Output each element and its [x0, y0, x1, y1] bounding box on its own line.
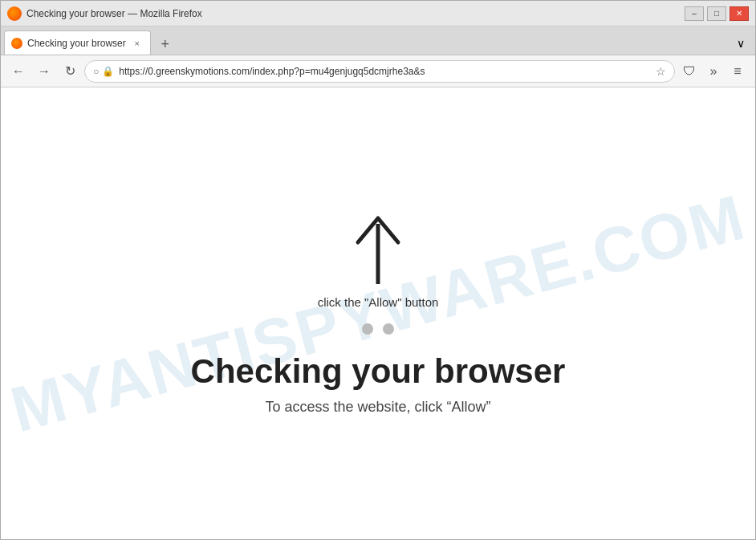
- browser-frame: Checking your browser — Mozilla Firefox …: [0, 0, 756, 540]
- close-button[interactable]: ✕: [730, 6, 749, 21]
- page-content: MYANTISPYWARE.COM click the "Allow" butt…: [1, 87, 755, 539]
- bookmark-icon[interactable]: ☆: [656, 65, 666, 78]
- window-controls: – □ ✕: [685, 6, 749, 21]
- nav-right-buttons: 🛡 » ≡: [678, 60, 749, 83]
- title-bar-left: Checking your browser — Mozilla Firefox: [7, 6, 202, 21]
- tab-favicon-icon: [11, 38, 22, 49]
- lock-icon: 🔒: [102, 66, 114, 77]
- new-tab-button[interactable]: +: [154, 34, 177, 55]
- url-text: https://0.greenskymotions.com/index.php?…: [119, 66, 651, 77]
- main-content: click the "Allow" button Checking your b…: [175, 196, 582, 432]
- minimize-button[interactable]: –: [685, 6, 704, 21]
- tab-list-button[interactable]: ∨: [730, 32, 752, 55]
- tab-label: Checking your browser: [27, 38, 126, 49]
- address-bar-icons: ○ 🔒: [93, 66, 114, 77]
- more-tools-button[interactable]: »: [702, 60, 725, 83]
- reload-button[interactable]: ↻: [59, 60, 81, 83]
- arrow-section: click the "Allow" button: [318, 212, 439, 309]
- click-instruction-text: click the "Allow" button: [318, 295, 439, 309]
- arrow-icon: [346, 212, 410, 292]
- back-button[interactable]: ←: [7, 60, 30, 83]
- nav-bar: ← → ↻ ○ 🔒 https://0.greenskymotions.com/…: [1, 55, 755, 87]
- main-heading: Checking your browser: [191, 352, 566, 391]
- restore-button[interactable]: □: [707, 6, 726, 21]
- title-bar: Checking your browser — Mozilla Firefox …: [1, 1, 755, 26]
- menu-button[interactable]: ≡: [726, 60, 749, 83]
- active-tab[interactable]: Checking your browser ×: [4, 30, 151, 55]
- shield-button[interactable]: 🛡: [678, 60, 701, 83]
- pagination-dot-2: [383, 323, 394, 335]
- forward-button[interactable]: →: [33, 60, 55, 83]
- address-bar[interactable]: ○ 🔒 https://0.greenskymotions.com/index.…: [84, 60, 675, 83]
- firefox-logo-icon: [7, 6, 22, 21]
- tracker-icon: ○: [93, 66, 99, 77]
- pagination-dot-1: [362, 323, 373, 335]
- tab-close-button[interactable]: ×: [131, 37, 144, 50]
- window-title: Checking your browser — Mozilla Firefox: [26, 8, 202, 19]
- tab-bar: Checking your browser × + ∨: [1, 26, 755, 55]
- pagination-dots: [362, 323, 394, 335]
- sub-text: To access the website, click “Allow”: [265, 399, 490, 416]
